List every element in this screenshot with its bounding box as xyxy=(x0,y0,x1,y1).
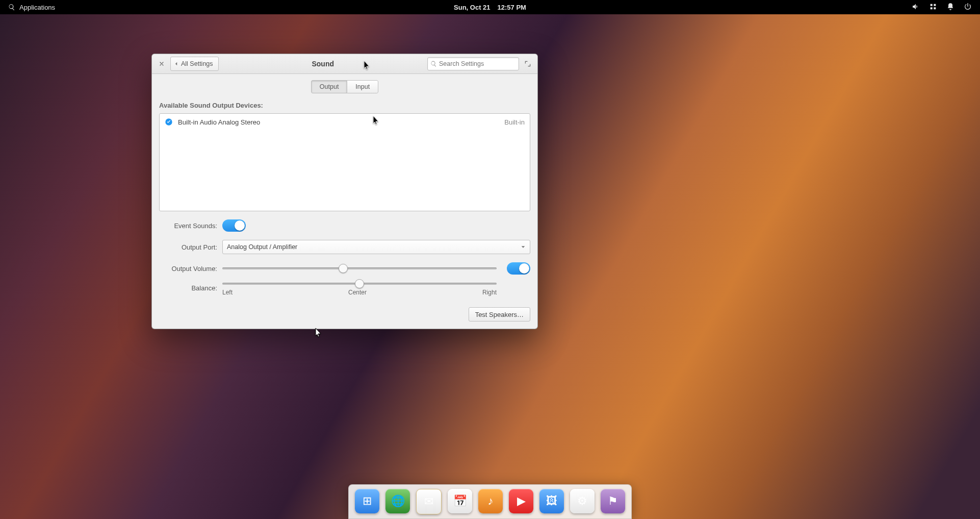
dock-app-mail[interactable]: ✉ xyxy=(416,489,442,514)
dock-app-web-browser[interactable]: 🌐 xyxy=(385,489,410,513)
applications-menu[interactable]: Applications xyxy=(8,4,55,11)
device-name: Built-in Audio Analog Stereo xyxy=(178,118,260,126)
output-port-label: Output Port: xyxy=(159,243,217,251)
system-tray xyxy=(912,3,972,12)
maximize-icon xyxy=(524,60,531,67)
device-type: Built-in xyxy=(504,118,525,126)
output-port-combo[interactable]: Analog Output / Amplifier xyxy=(222,240,530,254)
balance-left: Left xyxy=(222,289,233,296)
output-port-value: Analog Output / Amplifier xyxy=(227,243,297,251)
dock-app-app-center[interactable]: ⚑ xyxy=(601,489,625,513)
chevron-left-icon xyxy=(174,61,179,66)
power-icon[interactable] xyxy=(964,3,972,12)
search-wrap xyxy=(427,57,519,70)
search-input[interactable] xyxy=(427,57,519,70)
balance-slider[interactable] xyxy=(222,280,497,288)
network-icon[interactable] xyxy=(929,3,937,12)
window-title: Sound xyxy=(222,60,424,68)
event-sounds-toggle[interactable] xyxy=(222,219,246,232)
dock-app-music[interactable]: ♪ xyxy=(478,489,503,513)
close-icon xyxy=(159,61,165,67)
chevron-down-icon xyxy=(521,244,526,250)
search-icon xyxy=(8,4,15,11)
device-row[interactable]: Built-in Audio Analog StereoBuilt-in xyxy=(160,114,530,130)
test-speakers-button[interactable]: Test Speakers… xyxy=(469,307,530,322)
all-settings-button[interactable]: All Settings xyxy=(170,57,219,71)
devices-label: Available Sound Output Devices: xyxy=(159,102,530,109)
dock: ⊞🌐✉📅♪▶🖼⚙⚑ xyxy=(348,484,632,519)
time-text: 12:57 PM xyxy=(498,4,526,11)
applications-label: Applications xyxy=(19,4,55,11)
clock[interactable]: Sun, Oct 21 12:57 PM xyxy=(454,4,526,11)
cursor-icon xyxy=(315,328,322,338)
tab-output[interactable]: Output xyxy=(311,80,348,93)
top-bar: Applications Sun, Oct 21 12:57 PM xyxy=(0,0,980,14)
headerbar: All Settings Sound xyxy=(152,54,537,74)
balance-center: Center xyxy=(348,289,367,296)
event-sounds-label: Event Sounds: xyxy=(159,222,217,230)
notifications-icon[interactable] xyxy=(946,3,955,12)
maximize-button[interactable] xyxy=(522,58,533,69)
check-icon xyxy=(165,118,173,126)
dock-app-videos[interactable]: ▶ xyxy=(509,489,533,513)
balance-right: Right xyxy=(482,289,497,296)
dock-app-photos[interactable]: 🖼 xyxy=(539,489,564,513)
dock-app-multitasking-view[interactable]: ⊞ xyxy=(355,489,379,513)
balance-label: Balance: xyxy=(159,284,217,292)
balance-scale: Left Center Right xyxy=(222,289,497,296)
search-icon xyxy=(430,61,437,67)
output-volume-label: Output Volume: xyxy=(159,265,217,273)
output-volume-slider[interactable] xyxy=(222,264,497,273)
output-input-switcher: Output Input xyxy=(152,74,537,97)
dock-app-calendar[interactable]: 📅 xyxy=(448,489,472,513)
sound-settings-window: All Settings Sound Output Input Availabl… xyxy=(151,54,538,329)
date-text: Sun, Oct 21 xyxy=(454,4,491,11)
close-button[interactable] xyxy=(156,58,167,69)
volume-icon[interactable] xyxy=(912,3,920,12)
device-list[interactable]: Built-in Audio Analog StereoBuilt-in xyxy=(159,113,530,211)
sound-output-pane: Available Sound Output Devices: Built-in… xyxy=(152,97,537,329)
all-settings-label: All Settings xyxy=(181,60,213,67)
output-volume-toggle[interactable] xyxy=(507,262,530,275)
dock-app-system-settings[interactable]: ⚙ xyxy=(570,489,595,513)
tab-input[interactable]: Input xyxy=(347,80,378,93)
